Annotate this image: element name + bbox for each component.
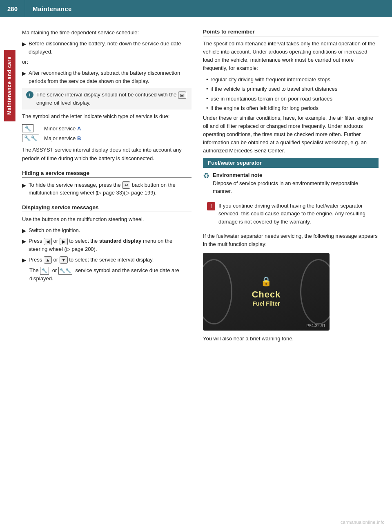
warning-icon: ! bbox=[207, 202, 215, 210]
points-intro: The specified maintenance interval takes… bbox=[203, 40, 379, 73]
env-note-content: Environmental note Dispose of service pr… bbox=[213, 171, 379, 195]
left-column: Maintaining the time-dependent service s… bbox=[22, 29, 192, 524]
disp-bullet-standard: ▶ Press ◀ or ▶ to select the standard di… bbox=[22, 237, 192, 253]
arrow-icon-5: ▶ bbox=[22, 237, 26, 246]
up-btn-icon[interactable]: ▲ bbox=[44, 256, 52, 264]
dash-line2: Fuel Filter bbox=[252, 300, 281, 307]
columns: Maintaining the time-dependent service s… bbox=[16, 17, 392, 532]
displaying-heading: Displaying service messages bbox=[22, 204, 192, 212]
minor-service-label: Minor service A bbox=[44, 123, 84, 133]
right-btn-icon[interactable]: ▶ bbox=[60, 238, 68, 245]
engine-oil-icon: ⊟ bbox=[178, 92, 186, 99]
dot-bullet-1: • regular city driving with frequent int… bbox=[203, 76, 379, 84]
right-column: Points to remember The specified mainten… bbox=[203, 29, 379, 524]
dot-bullet-3-text: use in mountainous terrain or on poor ro… bbox=[211, 95, 332, 103]
dot-bullet-2: • if the vehicle is primarily used to tr… bbox=[203, 85, 379, 93]
service-needed-text: If the fuel/water separator needs servic… bbox=[203, 232, 379, 248]
arrow-icon-4: ▶ bbox=[22, 227, 26, 235]
dot-icon-3: • bbox=[206, 95, 208, 103]
dash-arc-left bbox=[203, 259, 232, 324]
warning-box: ! If you continue driving without having… bbox=[203, 199, 379, 229]
dot-bullet-4-text: if the engine is often left idling for l… bbox=[211, 104, 319, 112]
major-service-icon: 🔧🔧 bbox=[22, 134, 39, 142]
info-box-text: The service interval display should not … bbox=[36, 91, 187, 107]
dot-bullet-3: • use in mountainous terrain or on poor … bbox=[203, 95, 379, 103]
warning-text: If you continue driving without having t… bbox=[218, 202, 374, 226]
points-heading: Points to remember bbox=[203, 29, 379, 36]
dot-icon-4: • bbox=[206, 104, 208, 112]
disp-bullet-service-text: Press ▲ or ▼ to select the service inter… bbox=[29, 256, 192, 264]
dot-icon-1: • bbox=[206, 76, 208, 84]
displaying-intro: Use the buttons on the multifunction ste… bbox=[22, 215, 192, 224]
dash-line1: Check bbox=[252, 289, 281, 300]
arrow-icon-1: ▶ bbox=[22, 40, 26, 48]
service-row-minor: 🔧 Minor service A bbox=[22, 123, 84, 133]
lock-icon: 🔒 bbox=[252, 276, 281, 287]
service-row-major: 🔧🔧 Major service B bbox=[22, 133, 84, 143]
page-number: 280 bbox=[0, 0, 25, 17]
tone-text: You will also hear a brief warning tone. bbox=[203, 335, 379, 343]
dash-arc-right bbox=[300, 259, 330, 324]
symbol-note-icon1: 🔧 bbox=[40, 267, 49, 275]
major-service-letter: B bbox=[77, 135, 81, 141]
left-btn-icon[interactable]: ◀ bbox=[44, 238, 52, 245]
dot-bullet-4: • if the engine is often left idling for… bbox=[203, 104, 379, 112]
intro-text: Maintaining the time-dependent service s… bbox=[22, 29, 192, 37]
minor-service-letter: A bbox=[77, 125, 81, 132]
env-note-title: Environmental note bbox=[213, 171, 379, 179]
minor-service-icon: 🔧 bbox=[22, 124, 33, 132]
fuel-water-heading: Fuel/water separator bbox=[203, 158, 379, 168]
back-button-icon: ↩ bbox=[122, 181, 130, 189]
side-tab: Maintenance and care bbox=[0, 17, 16, 532]
info-box-engine-oil: i The service interval display should no… bbox=[22, 88, 192, 110]
dash-img-inner: 🔒 Check Fuel Filter bbox=[252, 276, 281, 306]
header-bar: 280 Maintenance bbox=[0, 0, 392, 17]
hiding-text: To hide the service message, press the ↩… bbox=[29, 181, 192, 197]
assyst-text: The ASSYST service interval display does… bbox=[22, 146, 192, 162]
env-note-text: Dispose of service products in an enviro… bbox=[213, 179, 379, 195]
arrow-icon-3: ▶ bbox=[22, 181, 26, 190]
symbol-note-icon2: 🔧🔧 bbox=[58, 267, 72, 275]
down-btn-icon[interactable]: ▼ bbox=[60, 256, 68, 264]
major-service-label: Major service B bbox=[44, 133, 84, 143]
bullet-battery-after-text: After reconnecting the battery, subtract… bbox=[29, 69, 192, 85]
symbol-note-text: The 🔧 or 🔧🔧 service symbol and the servi… bbox=[29, 266, 192, 283]
disp-bullet-standard-text: Press ◀ or ▶ to select the standard disp… bbox=[29, 237, 192, 253]
dot-icon-2: • bbox=[206, 85, 208, 93]
hiding-bullet: ▶ To hide the service message, press the… bbox=[22, 181, 192, 197]
dot-bullet-1-text: regular city driving with frequent inter… bbox=[211, 76, 330, 84]
arrow-icon-2: ▶ bbox=[22, 69, 26, 78]
disp-bullet-ignition: ▶ Switch on the ignition. bbox=[22, 226, 192, 235]
service-table: 🔧 Minor service A 🔧🔧 Major service B bbox=[22, 123, 84, 143]
disp-bullet-ignition-text: Switch on the ignition. bbox=[29, 226, 192, 235]
bullet-battery-before: ▶ Before disconnecting the battery, note… bbox=[22, 40, 192, 56]
main-layout: Maintenance and care Maintaining the tim… bbox=[0, 17, 392, 532]
page-title: Maintenance bbox=[25, 5, 72, 12]
disp-bullet-service: ▶ Press ▲ or ▼ to select the service int… bbox=[22, 256, 192, 264]
env-icon: ♻ bbox=[203, 170, 209, 181]
info-icon: i bbox=[26, 91, 33, 98]
bullet-battery-after: ▶ After reconnecting the battery, subtra… bbox=[22, 69, 192, 85]
symbol-note: The 🔧 or 🔧🔧 service symbol and the servi… bbox=[29, 266, 192, 283]
env-note: ♻ Environmental note Dispose of service … bbox=[203, 171, 379, 195]
dot-bullet-2-text: if the vehicle is primarily used to trav… bbox=[211, 85, 338, 93]
conditions-text: Under these or similar conditions, have,… bbox=[203, 114, 379, 155]
symbol-text: The symbol and the letter indicate which… bbox=[22, 112, 192, 121]
dashboard-image: 🔒 Check Fuel Filter P54-32-91 bbox=[203, 253, 330, 331]
or-label: or: bbox=[22, 58, 192, 66]
dash-ref: P54-32-91 bbox=[306, 324, 325, 328]
side-tab-label: Maintenance and care bbox=[4, 50, 16, 121]
arrow-icon-6: ▶ bbox=[22, 256, 26, 264]
hiding-heading: Hiding a service message bbox=[22, 170, 192, 178]
bullet-battery-before-text: Before disconnecting the battery, note d… bbox=[29, 40, 192, 56]
watermark: carmanualonline.info bbox=[341, 520, 385, 525]
